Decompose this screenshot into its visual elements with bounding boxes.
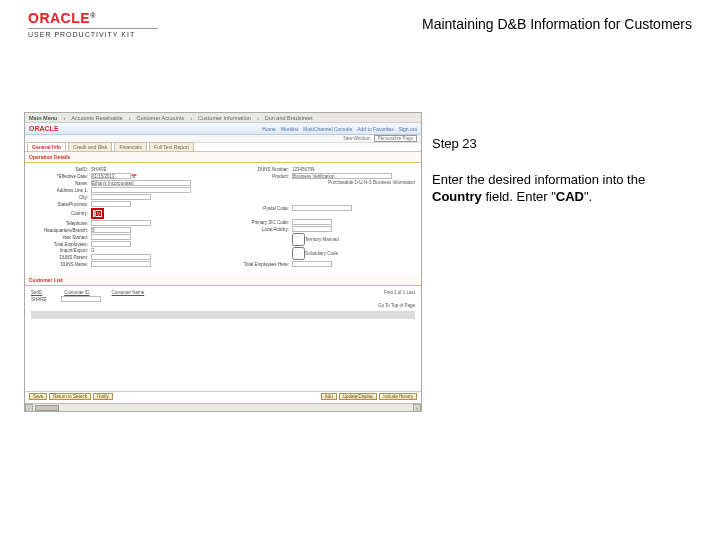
duns-label: DUNS Number: — [232, 167, 292, 172]
primsic-field[interactable] — [292, 219, 332, 225]
phone-field[interactable] — [91, 220, 151, 226]
dunsname-field[interactable] — [91, 261, 151, 267]
personalize-page-button[interactable]: Personalize Page — [374, 135, 417, 142]
section-operation-details: Operation Details — [25, 152, 421, 163]
link-favorites[interactable]: Add to Favorites — [357, 126, 393, 132]
lookup-icon[interactable]: Q — [96, 211, 101, 216]
setid-label: SetID: — [31, 167, 91, 172]
phone-label: Telephone: — [31, 221, 91, 226]
step-instruction: Enter the desired information into the C… — [432, 171, 692, 206]
duns-value: 123456789 — [292, 167, 315, 172]
logo-subtitle: USER PRODUCTIVITY KIT — [28, 31, 158, 38]
link-multichannel[interactable]: MultiChannel Console — [303, 126, 352, 132]
goto-top-link[interactable]: Go To Top of Page — [378, 303, 415, 308]
city-label: City: — [31, 195, 91, 200]
horizontal-scrollbar[interactable]: ‹ › — [25, 403, 421, 411]
import-value: G — [91, 248, 95, 253]
postal-field[interactable] — [292, 205, 352, 211]
product-label: Product: — [232, 174, 292, 179]
effdate-field[interactable]: 01/15/2013 — [91, 173, 131, 179]
notify-button[interactable]: Notify — [93, 393, 113, 400]
region-label: State/Province: — [31, 202, 91, 207]
link-worklist[interactable]: Worklist — [281, 126, 299, 132]
grey-divider — [31, 311, 415, 319]
nav-item[interactable]: Accounts Receivable — [71, 115, 122, 121]
step-number: Step 23 — [432, 135, 692, 153]
add-button[interactable]: Add — [321, 393, 337, 400]
update-display-button[interactable]: Update/Display — [339, 393, 378, 400]
scroll-left-icon[interactable]: ‹ — [25, 404, 33, 412]
country-highlight: Q — [91, 208, 104, 219]
hq-label: Headquarters/Branch: — [31, 228, 91, 233]
nav-item[interactable]: Customer Information — [198, 115, 251, 121]
calendar-icon[interactable]: 📅 — [131, 174, 137, 179]
target-field-name: Country — [432, 189, 482, 204]
effdate-label: *Effective Date: — [31, 174, 91, 179]
scroll-thumb[interactable] — [35, 405, 59, 411]
country-label: Country: — [31, 211, 91, 216]
include-history-button[interactable]: Include History — [379, 393, 417, 400]
tab-full-text[interactable]: Full Text Report — [149, 142, 194, 151]
col-setid[interactable]: SetID — [31, 290, 42, 295]
link-home[interactable]: Home — [262, 126, 275, 132]
name-label: Name: — [31, 181, 91, 186]
purchasable-label: Purchasable D-U-N-S Business Information — [328, 180, 415, 185]
yrstarted-field[interactable] — [91, 234, 131, 240]
save-button[interactable]: Save — [29, 393, 47, 400]
dunsparent-label: DUNS Parent: — [31, 255, 91, 260]
addr-field[interactable] — [91, 187, 191, 193]
return-search-button[interactable]: Return to Search — [49, 393, 91, 400]
setid-value: SHARE — [91, 167, 107, 172]
embedded-screenshot: Main Menu ›Accounts Receivable ›Customer… — [24, 112, 422, 412]
link-signout[interactable]: Sign out — [399, 126, 417, 132]
section-customer-list: Customer List — [25, 275, 421, 286]
yrstarted-label: Year Started: — [31, 235, 91, 240]
region-field[interactable] — [91, 201, 131, 207]
addr-label: Address Line 1: — [31, 188, 91, 193]
tab-financials[interactable]: Financials — [114, 142, 147, 151]
city-field[interactable] — [91, 194, 151, 200]
localact-label: Local Activity: — [232, 227, 292, 232]
logo-registered: ® — [90, 12, 95, 19]
postal-label: Postal Code: — [232, 206, 292, 211]
nav-item[interactable]: Customer Accounts — [136, 115, 184, 121]
new-window-link[interactable]: New Window — [343, 136, 369, 141]
col-custname[interactable]: Customer Name — [112, 290, 145, 295]
emphere-label: Total Employees Here: — [232, 262, 292, 267]
emp-label: Total Employees: — [31, 242, 91, 247]
territory-manned-label: Territory Manned — [305, 237, 339, 242]
nav-item[interactable]: Dun and Bradstreet — [265, 115, 313, 121]
oracle-brand: ORACLE — [29, 125, 59, 132]
page-title: Maintaining D&B Information for Customer… — [422, 16, 692, 32]
import-label: Import/Export: — [31, 248, 91, 253]
col-custid[interactable]: Customer ID — [64, 290, 89, 295]
hq-field[interactable]: 0 — [91, 227, 131, 233]
tab-credit-risk[interactable]: Credit and Risk — [68, 142, 112, 151]
dunsparent-field[interactable] — [91, 254, 151, 260]
subsidiary-checkbox[interactable] — [292, 247, 305, 260]
name-field[interactable]: Ethan's Incorporated — [91, 180, 191, 186]
emp-field[interactable] — [91, 241, 131, 247]
logo-text: ORACLE — [28, 10, 90, 26]
oracle-upk-logo: ORACLE® USER PRODUCTIVITY KIT — [28, 10, 158, 38]
entry-value: CAD — [556, 189, 584, 204]
tab-general-info[interactable]: General Info — [27, 142, 66, 151]
nav-main-menu[interactable]: Main Menu — [29, 115, 57, 121]
emphere-field[interactable] — [292, 261, 332, 267]
scroll-right-icon[interactable]: › — [413, 404, 421, 412]
row-setid: SHARE — [31, 297, 61, 302]
primsic-label: Primary SIC Code: — [232, 220, 292, 225]
row-custid-field[interactable] — [61, 296, 101, 302]
product-field[interactable]: Business Verification — [292, 173, 392, 179]
territory-manned-checkbox[interactable] — [292, 233, 305, 246]
pager-text[interactable]: First 1 of 1 Last — [384, 290, 415, 295]
localact-field[interactable] — [292, 226, 332, 232]
subsidiary-label: Subsidiary Code — [305, 251, 338, 256]
dunsname-label: DUNS Name: — [31, 262, 91, 267]
